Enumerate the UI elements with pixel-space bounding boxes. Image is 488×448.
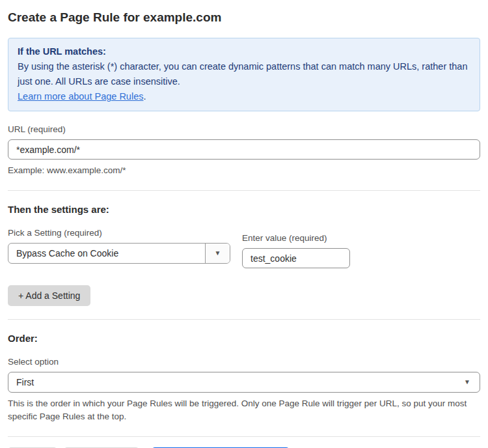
settings-section-heading: Then the settings are: — [8, 204, 480, 215]
create-page-rule-form: Create a Page Rule for example.com If th… — [0, 0, 488, 448]
setting-select[interactable]: Bypass Cache on Cookie ▼ — [8, 243, 230, 264]
learn-more-link[interactable]: Learn more about Page Rules — [18, 91, 143, 102]
setting-select-label: Pick a Setting (required) — [8, 228, 230, 238]
link-suffix: . — [143, 91, 146, 102]
setting-select-value: Bypass Cache on Cookie — [8, 244, 205, 263]
info-box-body: By using the asterisk (*) character, you… — [18, 59, 470, 89]
settings-row: Pick a Setting (required) Bypass Cache o… — [8, 215, 480, 268]
add-setting-button[interactable]: + Add a Setting — [8, 285, 90, 306]
setting-select-column: Pick a Setting (required) Bypass Cache o… — [8, 215, 230, 268]
info-box-heading: If the URL matches: — [18, 44, 470, 59]
order-select-label: Select option — [8, 357, 480, 367]
chevron-down-icon: ▼ — [215, 250, 221, 257]
order-section-heading: Order: — [8, 333, 480, 344]
chevron-down-icon: ▼ — [464, 379, 470, 385]
order-select-value: First — [16, 377, 34, 387]
divider — [8, 436, 480, 437]
setting-value-label: Enter value (required) — [242, 233, 350, 243]
url-field-label: URL (required) — [8, 124, 480, 134]
url-input[interactable] — [8, 139, 480, 160]
order-helper-text: This is the order in which your Page Rul… — [8, 397, 470, 423]
setting-value-input[interactable] — [242, 248, 350, 268]
page-title: Create a Page Rule for example.com — [8, 9, 480, 26]
url-example-helper: Example: www.example.com/* — [8, 164, 480, 177]
divider — [8, 319, 480, 320]
setting-value-column: Enter value (required) — [242, 220, 350, 268]
url-matches-info-box: If the URL matches: By using the asteris… — [8, 38, 480, 111]
divider — [8, 190, 480, 191]
setting-select-arrow-button[interactable]: ▼ — [205, 244, 230, 263]
info-box-link-line: Learn more about Page Rules. — [18, 89, 470, 104]
order-select[interactable]: First ▼ — [8, 372, 480, 393]
